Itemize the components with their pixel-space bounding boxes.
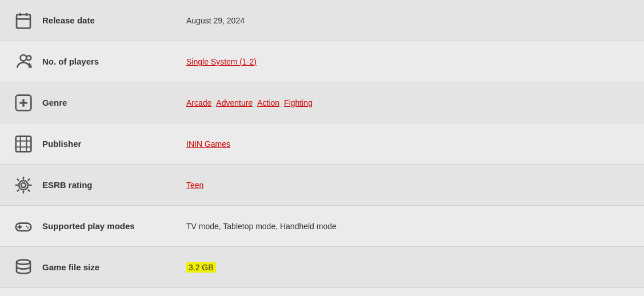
svg-point-4 bbox=[21, 55, 27, 61]
svg-point-15 bbox=[19, 181, 28, 190]
info-row-publisher: PublisherININ Games bbox=[0, 123, 644, 165]
calendar-icon bbox=[9, 11, 38, 30]
info-row-genre: GenreArcadeAdventureActionFighting bbox=[0, 82, 644, 123]
svg-point-14 bbox=[21, 183, 26, 187]
publisher-link[interactable]: ININ Games bbox=[186, 139, 230, 149]
release-date-label: Release date bbox=[38, 15, 175, 25]
play-modes-label: Supported play modes bbox=[38, 221, 175, 231]
num-players-value[interactable]: Single System (1-2) bbox=[175, 57, 635, 66]
play-modes-value: TV mode, Tabletop mode, Handheld mode bbox=[175, 222, 635, 231]
svg-point-5 bbox=[26, 55, 31, 60]
genre-link-fighting[interactable]: Fighting bbox=[284, 98, 313, 107]
svg-point-21 bbox=[17, 259, 30, 264]
info-row-file-size: Game file size3.2 GB bbox=[0, 247, 644, 288]
database-icon bbox=[9, 258, 38, 277]
plus-icon bbox=[9, 94, 38, 112]
num-players-link[interactable]: Single System (1-2) bbox=[186, 57, 257, 66]
genre-value[interactable]: ArcadeAdventureActionFighting bbox=[175, 98, 635, 107]
release-date-value: August 29, 2024 bbox=[175, 16, 635, 25]
file-size-highlight: 3.2 GB bbox=[186, 262, 216, 273]
info-table: Release dateAugust 29, 2024No. of player… bbox=[0, 0, 644, 296]
genre-link-action[interactable]: Action bbox=[257, 98, 279, 107]
esrb-rating-link[interactable]: Teen bbox=[186, 181, 203, 190]
file-size-value: 3.2 GB bbox=[175, 263, 635, 272]
grid-icon bbox=[9, 135, 38, 153]
esrb-rating-value[interactable]: Teen bbox=[175, 181, 635, 190]
controller-icon bbox=[9, 217, 38, 235]
svg-rect-9 bbox=[16, 136, 31, 151]
file-size-label: Game file size bbox=[38, 262, 175, 272]
publisher-value[interactable]: ININ Games bbox=[175, 139, 635, 149]
person-icon bbox=[9, 53, 38, 71]
info-row-num-players: No. of playersSingle System (1-2) bbox=[0, 41, 644, 82]
genre-label: Genre bbox=[38, 98, 175, 107]
info-row-esrb-rating: ESRB ratingTeen bbox=[0, 165, 644, 206]
info-row-release-date: Release dateAugust 29, 2024 bbox=[0, 0, 644, 41]
esrb-rating-label: ESRB rating bbox=[38, 180, 175, 190]
num-players-label: No. of players bbox=[38, 57, 175, 66]
info-row-languages: Supported languagesEnglish, French, Germ… bbox=[0, 288, 644, 296]
genre-link-adventure[interactable]: Adventure bbox=[216, 98, 253, 107]
gear-icon bbox=[9, 176, 38, 194]
genre-link-arcade[interactable]: Arcade bbox=[186, 98, 211, 107]
publisher-label: Publisher bbox=[38, 139, 175, 149]
svg-point-19 bbox=[26, 225, 27, 227]
svg-rect-0 bbox=[17, 14, 30, 28]
svg-point-20 bbox=[27, 227, 29, 229]
info-row-play-modes: Supported play modesTV mode, Tabletop mo… bbox=[0, 206, 644, 247]
